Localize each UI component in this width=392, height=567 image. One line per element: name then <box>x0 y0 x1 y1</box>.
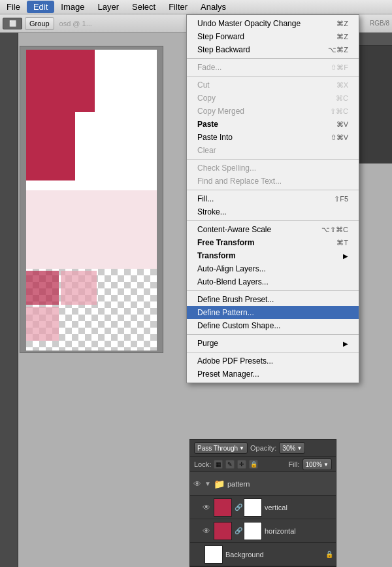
separator-3 <box>187 159 359 160</box>
menu-item-define-custom[interactable]: Define Custom Shape... <box>187 319 359 332</box>
menu-item-step-backward[interactable]: Step Backward ⌥⌘Z <box>187 43 359 56</box>
menu-item-paste[interactable]: Paste ⌘V <box>187 118 359 131</box>
layer-eye-vertical[interactable]: 👁 <box>202 503 211 512</box>
layer-row-vertical[interactable]: 👁 🔗 vertical <box>190 496 336 519</box>
rgb-info: RGB/8 <box>370 20 389 27</box>
menu-item-transform[interactable]: Transform ▶ <box>187 249 359 262</box>
menu-item-fade[interactable]: Fade... ⇧⌘F <box>187 61 359 74</box>
menu-item-purge-label: Purge <box>197 339 218 348</box>
layer-name-vertical: vertical <box>265 504 333 511</box>
edit-dropdown-menu: Undo Master Opacity Change ⌘Z Step Forwa… <box>186 14 359 383</box>
menu-edit[interactable]: Edit <box>27 1 54 13</box>
folder-icon: 📁 <box>214 479 225 489</box>
chain-icon-vertical: 🔗 <box>235 504 241 511</box>
menu-filter[interactable]: Filter <box>162 1 194 13</box>
tool-icon[interactable]: ⬜ <box>3 18 22 29</box>
menu-item-preset-manager-label: Preset Manager... <box>197 369 259 379</box>
layer-name-horizontal: horizontal <box>265 527 333 535</box>
menu-item-clear[interactable]: Clear <box>187 144 359 157</box>
menu-layer[interactable]: Layer <box>91 1 126 13</box>
menu-item-auto-blend[interactable]: Auto-Blend Layers... <box>187 275 359 288</box>
blend-mode-dropdown[interactable]: Pass Through ▼ <box>194 442 248 454</box>
menu-item-paste-into-label: Paste Into <box>197 133 233 142</box>
menu-item-content-aware[interactable]: Content-Aware Scale ⌥⇧⌘C <box>187 223 359 236</box>
menu-item-define-pattern-label: Define Pattern... <box>197 308 254 317</box>
menu-item-step-forward[interactable]: Step Forward ⌘Z <box>187 30 359 43</box>
layer-expand-arrow-icon[interactable]: ▼ <box>204 480 211 487</box>
menu-item-copy-merged[interactable]: Copy Merged ⇧⌘C <box>187 105 359 118</box>
menu-item-clear-label: Clear <box>197 146 216 155</box>
lock-transparency-icon[interactable]: ▦ <box>214 460 223 469</box>
menu-item-stroke[interactable]: Stroke... <box>187 205 359 218</box>
menu-item-free-transform[interactable]: Free Transform ⌘T <box>187 236 359 249</box>
menu-item-paste-into[interactable]: Paste Into ⇧⌘V <box>187 131 359 144</box>
menu-item-undo-shortcut: ⌘Z <box>336 20 348 28</box>
separator-8 <box>187 352 359 352</box>
layers-blend-row: Pass Through ▼ Opacity: 30% ▼ <box>190 439 336 457</box>
menu-item-cut-label: Cut <box>197 80 210 90</box>
menu-item-copy-merged-shortcut: ⇧⌘C <box>330 107 348 116</box>
layer-row-background[interactable]: Background 🔒 <box>190 543 336 566</box>
menu-item-undo[interactable]: Undo Master Opacity Change ⌘Z <box>187 17 359 30</box>
group-button[interactable]: Group <box>25 17 54 30</box>
layer-thumb-vertical-mask <box>244 498 262 517</box>
menu-item-cut[interactable]: Cut ⌘X <box>187 78 359 92</box>
menu-item-auto-align[interactable]: Auto-Align Layers... <box>187 262 359 275</box>
menu-file[interactable]: File <box>0 1 27 13</box>
lock-all-icon[interactable]: 🔒 <box>249 460 258 469</box>
menu-item-cut-shortcut: ⌘X <box>336 81 348 90</box>
separator-2 <box>187 76 359 77</box>
menu-item-purge[interactable]: Purge ▶ <box>187 337 359 350</box>
menu-item-copy-merged-label: Copy Merged <box>197 107 244 116</box>
menu-item-check-spelling[interactable]: Check Spelling... <box>187 162 359 175</box>
menu-item-stroke-label: Stroke... <box>197 207 227 216</box>
layers-lock-row: Lock: ▦ ✎ ✛ 🔒 Fill: 100% ▼ <box>190 457 336 472</box>
menu-item-free-transform-label: Free Transform <box>197 238 254 247</box>
menu-item-find-replace-label: Find and Replace Text... <box>197 177 282 186</box>
separator-7 <box>187 334 359 335</box>
layer-eye-pattern[interactable]: 👁 <box>193 479 202 489</box>
menu-item-define-brush[interactable]: Define Brush Preset... <box>187 293 359 306</box>
menu-analysis[interactable]: Analys <box>194 1 233 13</box>
side-tools-panel <box>0 33 18 567</box>
separator-6 <box>187 290 359 291</box>
pink-checker-overlay2 <box>26 307 59 341</box>
menu-item-copy-shortcut: ⌘C <box>336 94 348 103</box>
separator-1 <box>187 58 359 59</box>
menu-item-copy[interactable]: Copy ⌘C <box>187 92 359 105</box>
menu-item-preset-manager[interactable]: Preset Manager... <box>187 368 359 381</box>
lock-label: Lock: <box>194 460 211 468</box>
menu-item-define-pattern[interactable]: Define Pattern... <box>187 306 359 319</box>
menu-item-fill[interactable]: Fill... ⇧F5 <box>187 192 359 205</box>
menu-item-step-backward-label: Step Backward <box>197 45 250 54</box>
layer-thumb-background <box>204 545 223 564</box>
layer-eye-background[interactable] <box>193 550 202 559</box>
fill-label: Fill: <box>288 460 299 468</box>
red-checker-overlay <box>26 271 59 305</box>
opacity-dropdown[interactable]: 30% ▼ <box>279 442 305 454</box>
menu-item-content-aware-shortcut: ⌥⇧⌘C <box>321 226 348 234</box>
lock-paint-icon[interactable]: ✎ <box>225 460 235 469</box>
menu-select[interactable]: Select <box>125 1 162 13</box>
layer-row-pattern-group[interactable]: 👁 ▼ 📁 pattern <box>190 472 336 496</box>
menu-item-free-transform-shortcut: ⌘T <box>336 239 348 247</box>
layer-name-background: Background <box>225 551 323 558</box>
opacity-label: Opacity: <box>250 444 276 452</box>
fill-value: 100% <box>306 461 323 468</box>
menu-item-auto-blend-label: Auto-Blend Layers... <box>197 277 269 286</box>
lock-move-icon[interactable]: ✛ <box>237 460 246 469</box>
menu-item-paste-label: Paste <box>197 120 218 129</box>
menu-item-define-custom-label: Define Custom Shape... <box>197 321 280 330</box>
fill-dropdown[interactable]: 100% ▼ <box>302 458 333 470</box>
menu-item-fill-label: Fill... <box>197 194 214 203</box>
pink-overlay <box>26 190 157 269</box>
menu-image[interactable]: Image <box>54 1 91 13</box>
document-canvas <box>20 46 163 353</box>
menu-item-adobe-pdf[interactable]: Adobe PDF Presets... <box>187 354 359 368</box>
menu-item-fill-shortcut: ⇧F5 <box>334 195 348 203</box>
layers-panel: Pass Through ▼ Opacity: 30% ▼ Lock: ▦ ✎ … <box>189 439 336 567</box>
pink-checker-overlay <box>61 271 97 305</box>
layer-row-horizontal[interactable]: 👁 🔗 horizontal <box>190 519 336 543</box>
layer-eye-horizontal[interactable]: 👁 <box>202 526 211 536</box>
menu-item-find-replace[interactable]: Find and Replace Text... <box>187 175 359 188</box>
